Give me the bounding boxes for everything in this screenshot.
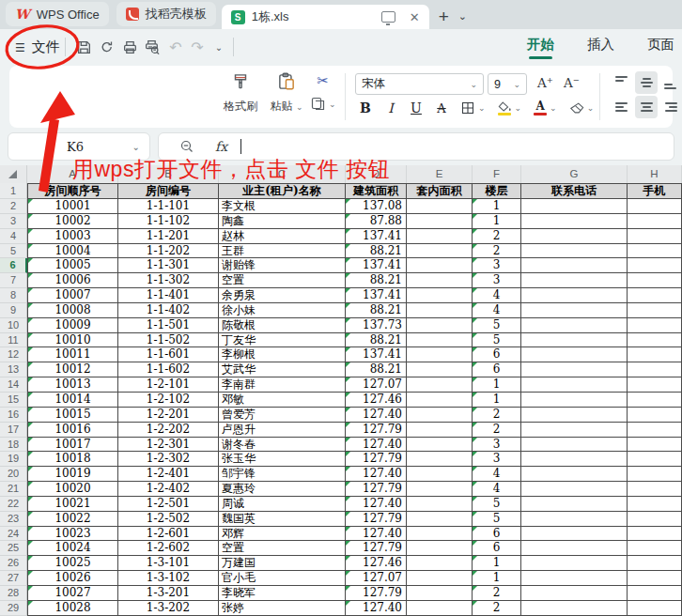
cell-H22[interactable] — [628, 497, 682, 512]
row-header-17[interactable]: 17 — [0, 423, 27, 438]
cell-C21[interactable]: 夏惠玲 — [219, 482, 346, 497]
cell-B21[interactable]: 1-2-402 — [118, 482, 219, 497]
cell-C2[interactable]: 李文根 — [219, 199, 346, 214]
cell-H8[interactable] — [628, 288, 682, 303]
cell-H23[interactable] — [628, 512, 682, 527]
cell-H3[interactable] — [628, 214, 682, 229]
cell-G24[interactable] — [521, 527, 628, 542]
cell-B19[interactable]: 1-2-302 — [118, 452, 219, 467]
cell-H14[interactable] — [628, 377, 682, 393]
cell-D19[interactable]: 127.79 — [346, 452, 407, 467]
cell-C10[interactable]: 陈敬根 — [219, 318, 346, 333]
cell-A21[interactable]: 10020 — [27, 482, 118, 497]
cell-A19[interactable]: 10018 — [27, 452, 118, 467]
cell-D16[interactable]: 127.40 — [346, 408, 407, 423]
cell-E5[interactable] — [407, 244, 473, 259]
cell-A17[interactable]: 10016 — [27, 423, 118, 438]
cell-G23[interactable] — [521, 512, 628, 527]
cell-D5[interactable]: 88.21 — [346, 244, 407, 259]
cell-H17[interactable] — [628, 423, 682, 438]
row-header-21[interactable]: 21 — [0, 482, 27, 497]
column-header-G[interactable]: G — [521, 165, 628, 183]
cell-D14[interactable]: 127.07 — [346, 377, 407, 393]
cell-F20[interactable]: 4 — [473, 467, 521, 482]
cell-E19[interactable] — [407, 452, 473, 467]
row-header-22[interactable]: 22 — [0, 497, 27, 512]
cell-E27[interactable] — [407, 571, 473, 586]
cell-C29[interactable]: 张婷 — [219, 601, 346, 616]
cell-C9[interactable]: 徐小妹 — [219, 303, 346, 318]
cell-C13[interactable]: 艾武华 — [219, 362, 346, 377]
cell-G1[interactable]: 联系电话 — [521, 183, 628, 199]
cell-D6[interactable]: 137.41 — [346, 258, 407, 273]
cell-G5[interactable] — [521, 244, 628, 259]
cell-C6[interactable]: 谢贻锋 — [219, 258, 346, 273]
cell-G14[interactable] — [521, 377, 628, 393]
cell-G2[interactable] — [521, 199, 628, 214]
cell-D2[interactable]: 137.08 — [346, 199, 407, 214]
cell-G25[interactable] — [521, 541, 628, 556]
print-preview-button[interactable] — [144, 38, 161, 55]
cell-C22[interactable]: 周诚 — [219, 497, 346, 512]
cell-B26[interactable]: 1-3-101 — [118, 556, 219, 571]
cell-F23[interactable]: 5 — [473, 512, 521, 527]
tab-document-1dong[interactable]: S 1栋.xls ✕ — [222, 5, 429, 29]
cell-C4[interactable]: 赵林 — [219, 229, 346, 244]
cell-A9[interactable]: 10008 — [27, 303, 118, 318]
row-header-5[interactable]: 5 — [0, 244, 27, 259]
cell-H9[interactable] — [628, 303, 682, 318]
row-header-14[interactable]: 14 — [0, 377, 27, 393]
cell-E26[interactable] — [407, 556, 473, 571]
cell-A18[interactable]: 10017 — [27, 438, 118, 453]
cell-C12[interactable]: 李柳根 — [219, 347, 346, 362]
cell-A15[interactable]: 10014 — [27, 393, 118, 408]
cell-A27[interactable]: 10026 — [27, 571, 118, 586]
cell-E24[interactable] — [407, 527, 473, 542]
cell-D12[interactable]: 137.41 — [346, 347, 407, 362]
cell-D29[interactable]: 127.40 — [346, 601, 407, 616]
cell-F22[interactable]: 5 — [473, 497, 521, 512]
cell-C8[interactable]: 余勇泉 — [219, 288, 346, 303]
cell-C5[interactable]: 王群 — [219, 244, 346, 259]
cell-A7[interactable]: 10006 — [27, 273, 118, 288]
cell-H18[interactable] — [628, 438, 682, 453]
cell-G11[interactable] — [521, 333, 628, 348]
row-header-13[interactable]: 13 — [0, 362, 27, 377]
cell-H11[interactable] — [628, 333, 682, 348]
cell-B27[interactable]: 1-3-102 — [118, 571, 219, 586]
cell-A24[interactable]: 10023 — [27, 527, 118, 542]
cell-F15[interactable]: 1 — [473, 393, 521, 408]
cell-D11[interactable]: 88.21 — [346, 333, 407, 348]
cell-D1[interactable]: 建筑面积 — [346, 183, 407, 199]
align-top-button[interactable] — [611, 71, 633, 94]
cell-B4[interactable]: 1-1-201 — [118, 229, 219, 244]
cell-H26[interactable] — [628, 556, 682, 571]
cell-A29[interactable]: 10028 — [27, 601, 118, 616]
cell-B23[interactable]: 1-2-502 — [118, 512, 219, 527]
cell-E15[interactable] — [407, 393, 473, 408]
row-header-2[interactable]: 2 — [0, 199, 27, 214]
cell-G3[interactable] — [521, 214, 628, 229]
cell-C1[interactable]: 业主(租户)名称 — [219, 183, 346, 199]
cell-G27[interactable] — [521, 571, 628, 586]
cell-D22[interactable]: 127.40 — [346, 497, 407, 512]
cell-D18[interactable]: 127.40 — [346, 438, 407, 453]
row-header-27[interactable]: 27 — [0, 571, 27, 586]
cell-A26[interactable]: 10025 — [27, 556, 118, 571]
cell-D25[interactable]: 127.79 — [346, 541, 407, 556]
cell-A13[interactable]: 10012 — [27, 362, 118, 377]
cell-A14[interactable]: 10013 — [27, 377, 118, 393]
column-header-D[interactable]: D — [346, 165, 407, 183]
cell-E28[interactable] — [407, 586, 473, 601]
cell-F24[interactable]: 6 — [473, 527, 521, 542]
toolbar-more-button[interactable]: ⌄ — [210, 38, 227, 55]
cell-E17[interactable] — [407, 423, 473, 438]
row-header-10[interactable]: 10 — [0, 318, 27, 333]
cell-F2[interactable]: 1 — [473, 199, 521, 214]
tab-wps-office[interactable]: W WPS Office — [6, 2, 109, 26]
cell-D23[interactable]: 127.79 — [346, 512, 407, 527]
cell-A4[interactable]: 10003 — [27, 229, 118, 244]
cell-B24[interactable]: 1-2-601 — [118, 527, 219, 542]
row-header-4[interactable]: 4 — [0, 229, 27, 244]
row-header-19[interactable]: 19 — [0, 452, 27, 467]
